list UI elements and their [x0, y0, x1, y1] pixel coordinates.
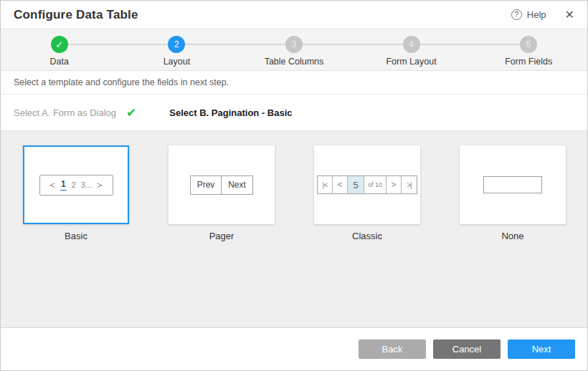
step-number-badge: 5 [520, 36, 537, 53]
chevron-right-icon: > [387, 176, 402, 193]
step-complete-check-icon: ✓ [51, 36, 68, 53]
last-page-icon: >| [402, 176, 417, 193]
configure-data-table-dialog: Configure Data Table ? Help ✕ ✓ Data 2 L… [0, 0, 588, 371]
basic-pagination-preview: < 1 2 3... > [39, 175, 113, 196]
chevron-left-icon: < [49, 180, 55, 191]
template-card-classic[interactable]: |< < 5 of 10 > >| [314, 145, 420, 224]
selection-status-row: Select A. Form as Dialog ✔ Select B. Pag… [1, 95, 587, 131]
dialog-footer: Back Cancel Next [1, 328, 587, 370]
step-number-badge: 4 [403, 36, 420, 53]
help-label: Help [527, 9, 546, 20]
step-layout[interactable]: 2 Layout [118, 29, 236, 70]
step-number-badge: 3 [285, 36, 303, 53]
page-number: 3... [81, 180, 92, 189]
template-label: Classic [314, 231, 420, 241]
step-number-badge: 2 [168, 36, 185, 53]
template-label: Basic [23, 231, 129, 241]
next-button-preview: Next [222, 176, 252, 194]
template-option-pager[interactable]: Prev Next Pager [169, 145, 275, 241]
step-label: Table Columns [265, 57, 324, 67]
select-b-label: Select B. Pagination - Basic [169, 107, 292, 118]
dialog-header: Configure Data Table ? Help ✕ [1, 1, 587, 29]
step-label: Form Layout [386, 57, 436, 67]
help-button[interactable]: ? Help [511, 9, 546, 20]
first-page-icon: |< [318, 176, 333, 193]
cancel-button[interactable]: Cancel [433, 339, 501, 359]
instruction-bar: Select a template and configure the fiel… [1, 71, 587, 95]
chevron-left-icon: < [333, 176, 348, 193]
template-card-none[interactable] [460, 145, 566, 224]
page-title: Configure Data Table [14, 8, 138, 22]
step-label: Layout [163, 57, 191, 67]
empty-pagination-preview [483, 176, 542, 193]
template-option-basic[interactable]: < 1 2 3... > Basic [23, 145, 129, 241]
template-card-pager[interactable]: Prev Next [169, 145, 275, 224]
current-page-cell: 5 [348, 176, 364, 193]
next-button[interactable]: Next [508, 339, 575, 359]
template-card-basic[interactable]: < 1 2 3... > [23, 145, 129, 224]
classic-pagination-preview: |< < 5 of 10 > >| [317, 175, 417, 194]
page-count-label: of 10 [364, 176, 387, 193]
wizard-stepper: ✓ Data 2 Layout 3 Table Columns 4 Form L… [1, 29, 587, 71]
page-number: 2 [72, 180, 76, 189]
header-actions: ? Help ✕ [511, 9, 574, 21]
select-a-label: Select A. Form as Dialog [14, 107, 116, 118]
step-data[interactable]: ✓ Data [1, 29, 118, 70]
template-option-classic[interactable]: |< < 5 of 10 > >| Classic [314, 145, 420, 241]
chevron-right-icon: > [97, 180, 103, 191]
step-table-columns[interactable]: 3 Table Columns [235, 29, 353, 70]
template-label: Pager [169, 231, 275, 241]
step-label: Form Fields [505, 57, 552, 67]
template-option-none[interactable]: None [460, 145, 566, 241]
pager-pagination-preview: Prev Next [190, 175, 253, 195]
select-a-complete-check-icon: ✔ [126, 105, 136, 120]
instruction-text: Select a template and configure the fiel… [14, 77, 229, 87]
current-page-number: 1 [60, 179, 67, 191]
step-label: Data [50, 57, 69, 67]
step-form-layout[interactable]: 4 Form Layout [353, 29, 470, 70]
back-button[interactable]: Back [359, 339, 426, 359]
prev-button-preview: Prev [191, 176, 222, 194]
help-icon: ? [511, 9, 522, 20]
template-gallery: < 1 2 3... > Basic Prev Next Pager [1, 131, 587, 328]
step-form-fields[interactable]: 5 Form Fields [470, 29, 587, 70]
close-icon[interactable]: ✕ [565, 9, 574, 21]
template-label: None [460, 231, 566, 241]
